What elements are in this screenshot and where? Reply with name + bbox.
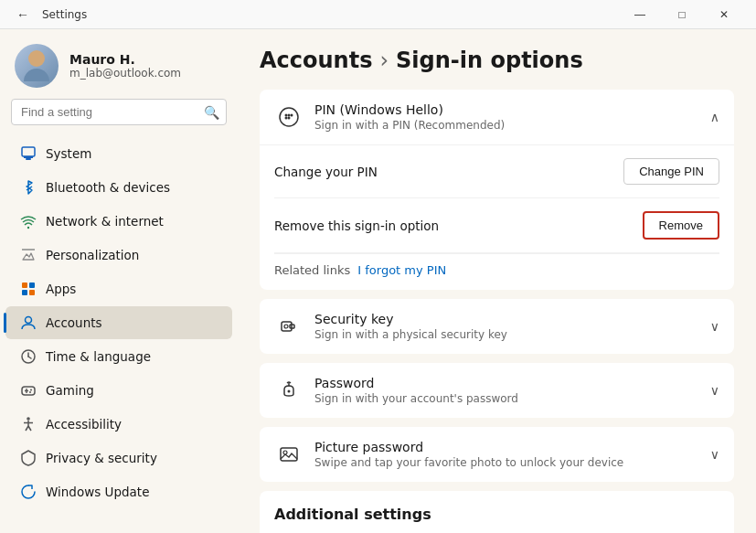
sidebar-item-label-time: Time & language (46, 349, 151, 364)
gaming-icon (20, 382, 37, 399)
sidebar-item-label-accounts: Accounts (46, 315, 102, 330)
sidebar-item-label-system: System (46, 146, 91, 161)
svg-point-18 (29, 391, 31, 393)
pin-card-text: PIN (Windows Hello) Sign in with a PIN (… (314, 102, 699, 132)
user-name: Mauro H. (69, 52, 181, 67)
sidebar-item-label-network: Network & internet (46, 214, 164, 229)
svg-rect-6 (22, 282, 27, 288)
search-icon[interactable]: 🔍 (202, 103, 221, 122)
pin-card-subtitle: Sign in with a PIN (Recommended) (314, 119, 699, 132)
svg-line-23 (28, 426, 31, 431)
svg-point-19 (27, 417, 30, 421)
remove-pin-label: Remove this sign-in option (274, 219, 439, 233)
svg-point-25 (285, 114, 288, 117)
svg-rect-1 (26, 158, 31, 160)
network-icon (20, 213, 37, 229)
additional-settings: Additional settings For improved securit… (260, 491, 734, 533)
sidebar-item-accessibility[interactable]: Accessibility (5, 408, 232, 441)
related-links-label: Related links (274, 263, 350, 277)
picture-password-header[interactable]: Picture password Swipe and tap your favo… (260, 427, 734, 482)
svg-point-4 (27, 227, 29, 229)
svg-point-29 (288, 117, 291, 120)
title-bar: ← Settings — □ ✕ (0, 0, 756, 29)
sidebar-item-accounts[interactable]: Accounts (5, 306, 232, 339)
maximize-button[interactable]: □ (661, 0, 703, 29)
avatar (15, 44, 59, 88)
picture-password-subtitle: Swipe and tap your favorite photo to unl… (314, 456, 699, 469)
security-key-icon (274, 312, 303, 341)
back-button[interactable]: ← (11, 5, 35, 24)
sidebar-item-system[interactable]: System (5, 137, 232, 170)
sidebar-item-label-accessibility: Accessibility (46, 417, 122, 432)
pin-options: Change your PIN Change PIN Remove this s… (260, 145, 734, 290)
change-pin-button[interactable]: Change PIN (623, 158, 719, 185)
sidebar-item-label-update: Windows Update (46, 485, 149, 499)
bluetooth-icon (20, 179, 37, 196)
security-key-chevron-icon: ∨ (710, 319, 719, 334)
update-icon (20, 484, 37, 500)
pin-card: PIN (Windows Hello) Sign in with a PIN (… (260, 90, 734, 290)
remove-pin-row: Remove this sign-in option Remove (274, 198, 719, 253)
sidebar-item-network[interactable]: Network & internet (5, 205, 232, 238)
remove-button[interactable]: Remove (643, 211, 719, 240)
accessibility-icon (20, 416, 37, 432)
sidebar-item-bluetooth[interactable]: Bluetooth & devices (5, 171, 232, 204)
sidebar-item-label-privacy: Privacy & security (46, 451, 157, 465)
password-card: Password Sign in with your account's pas… (260, 363, 734, 418)
svg-point-33 (288, 390, 291, 393)
password-icon (274, 376, 303, 405)
window-controls: — □ ✕ (619, 0, 745, 29)
close-button[interactable]: ✕ (703, 0, 745, 29)
time-icon (20, 348, 37, 365)
search-input[interactable] (11, 99, 227, 125)
password-subtitle: Sign in with your account's password (314, 392, 699, 405)
sidebar-item-label-personalization: Personalization (46, 248, 139, 262)
sidebar: Mauro H. m_lab@outlook.com 🔍 System Blue… (0, 29, 238, 533)
apps-icon (20, 281, 37, 297)
change-pin-row: Change your PIN Change PIN (274, 145, 719, 198)
security-key-card: Security key Sign in with a physical sec… (260, 299, 734, 354)
security-key-subtitle: Sign in with a physical security key (314, 328, 699, 341)
svg-rect-0 (22, 147, 35, 156)
picture-password-chevron-icon: ∨ (710, 447, 719, 462)
breadcrumb-current: Sign-in options (396, 48, 583, 73)
security-key-title: Security key (314, 312, 699, 326)
password-text: Password Sign in with your account's pas… (314, 376, 699, 405)
picture-password-card: Picture password Swipe and tap your favo… (260, 427, 734, 482)
svg-point-17 (30, 389, 32, 391)
svg-rect-2 (24, 156, 33, 158)
sidebar-item-gaming[interactable]: Gaming (5, 374, 232, 407)
picture-password-text: Picture password Swipe and tap your favo… (314, 440, 699, 469)
svg-rect-9 (29, 290, 35, 295)
pin-icon (274, 102, 303, 132)
picture-password-title: Picture password (314, 440, 699, 454)
sidebar-item-personalization[interactable]: Personalization (5, 239, 232, 272)
system-icon (20, 145, 37, 162)
user-email: m_lab@outlook.com (69, 67, 181, 80)
personalization-icon (20, 247, 37, 263)
svg-line-13 (28, 357, 31, 358)
sidebar-item-time[interactable]: Time & language (5, 340, 232, 373)
sidebar-item-label-apps: Apps (46, 282, 76, 296)
svg-rect-8 (22, 290, 27, 295)
sidebar-item-privacy[interactable]: Privacy & security (5, 442, 232, 474)
svg-point-10 (26, 317, 32, 324)
pin-card-title: PIN (Windows Hello) (314, 102, 699, 117)
change-pin-label: Change your PIN (274, 165, 378, 179)
security-key-header[interactable]: Security key Sign in with a physical sec… (260, 299, 734, 354)
picture-password-icon (274, 440, 303, 469)
password-header[interactable]: Password Sign in with your account's pas… (260, 363, 734, 418)
main-content: Accounts › Sign-in options P (238, 29, 756, 533)
sidebar-item-label-gaming: Gaming (46, 383, 94, 398)
sidebar-item-apps[interactable]: Apps (5, 272, 232, 305)
app-body: Mauro H. m_lab@outlook.com 🔍 System Blue… (0, 29, 756, 533)
user-profile: Mauro H. m_lab@outlook.com (0, 29, 238, 99)
svg-rect-34 (281, 448, 297, 461)
pin-card-header[interactable]: PIN (Windows Hello) Sign in with a PIN (… (260, 90, 734, 145)
minimize-button[interactable]: — (619, 0, 661, 29)
password-title: Password (314, 376, 699, 390)
title-bar-title: Settings (42, 8, 87, 21)
forgot-pin-link[interactable]: I forgot my PIN (357, 263, 446, 277)
svg-line-22 (26, 426, 28, 431)
sidebar-item-update[interactable]: Windows Update (5, 475, 232, 508)
